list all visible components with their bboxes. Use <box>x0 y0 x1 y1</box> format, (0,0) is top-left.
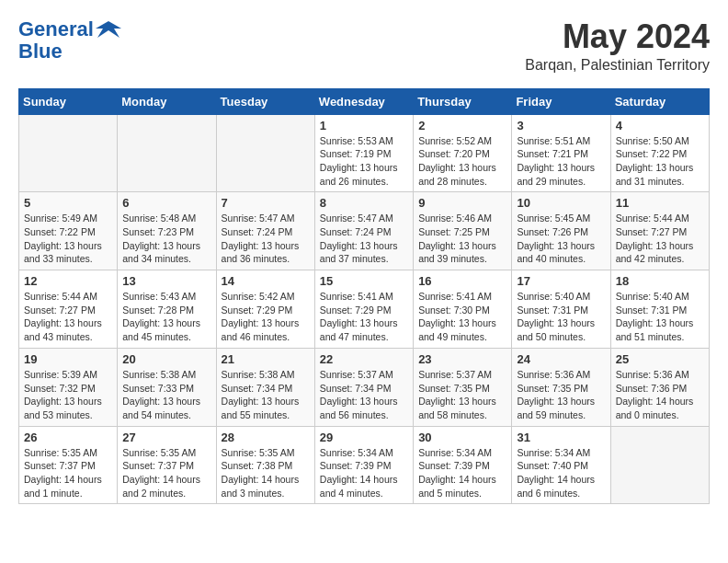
day-info: Sunrise: 5:35 AM Sunset: 7:38 PM Dayligh… <box>222 446 310 500</box>
day-info: Sunrise: 5:36 AM Sunset: 7:35 PM Dayligh… <box>517 368 605 422</box>
day-number: 23 <box>418 352 506 366</box>
day-number: 17 <box>517 274 605 288</box>
day-number: 11 <box>616 196 704 210</box>
day-info: Sunrise: 5:52 AM Sunset: 7:20 PM Dayligh… <box>418 134 506 189</box>
day-info: Sunrise: 5:45 AM Sunset: 7:26 PM Dayligh… <box>517 212 605 266</box>
day-number: 2 <box>418 119 506 132</box>
day-info: Sunrise: 5:48 AM Sunset: 7:23 PM Dayligh… <box>122 212 210 266</box>
day-info: Sunrise: 5:44 AM Sunset: 7:27 PM Dayligh… <box>616 212 704 266</box>
table-row: 4Sunrise: 5:50 AM Sunset: 7:22 PM Daylig… <box>610 114 709 192</box>
day-number: 31 <box>517 431 605 444</box>
table-row: 11Sunrise: 5:44 AM Sunset: 7:27 PM Dayli… <box>610 192 709 270</box>
day-info: Sunrise: 5:39 AM Sunset: 7:32 PM Dayligh… <box>24 368 112 422</box>
day-number: 3 <box>517 119 605 132</box>
day-info: Sunrise: 5:38 AM Sunset: 7:34 PM Dayligh… <box>222 368 310 422</box>
day-info: Sunrise: 5:41 AM Sunset: 7:29 PM Dayligh… <box>320 290 408 344</box>
table-row: 27Sunrise: 5:35 AM Sunset: 7:37 PM Dayli… <box>118 426 216 504</box>
table-row: 26Sunrise: 5:35 AM Sunset: 7:37 PM Dayli… <box>19 426 118 504</box>
day-number: 18 <box>616 274 704 288</box>
day-number: 9 <box>418 196 506 210</box>
calendar-week-row: 12Sunrise: 5:44 AM Sunset: 7:27 PM Dayli… <box>19 270 710 349</box>
day-info: Sunrise: 5:37 AM Sunset: 7:34 PM Dayligh… <box>320 368 408 422</box>
day-info: Sunrise: 5:35 AM Sunset: 7:37 PM Dayligh… <box>24 446 112 500</box>
calendar-week-row: 1Sunrise: 5:53 AM Sunset: 7:19 PM Daylig… <box>19 114 710 192</box>
day-info: Sunrise: 5:47 AM Sunset: 7:24 PM Dayligh… <box>222 212 310 266</box>
day-info: Sunrise: 5:36 AM Sunset: 7:36 PM Dayligh… <box>616 368 704 422</box>
day-info: Sunrise: 5:44 AM Sunset: 7:27 PM Dayligh… <box>24 290 112 344</box>
table-row: 6Sunrise: 5:48 AM Sunset: 7:23 PM Daylig… <box>118 192 216 270</box>
logo-line1: General <box>18 17 94 40</box>
table-row <box>19 114 118 192</box>
day-number: 27 <box>122 431 210 444</box>
table-row: 12Sunrise: 5:44 AM Sunset: 7:27 PM Dayli… <box>19 270 118 349</box>
table-row: 18Sunrise: 5:40 AM Sunset: 7:31 PM Dayli… <box>610 270 709 349</box>
col-tuesday: Tuesday <box>216 88 314 114</box>
table-row <box>118 114 216 192</box>
day-info: Sunrise: 5:40 AM Sunset: 7:31 PM Dayligh… <box>517 290 605 344</box>
table-row: 5Sunrise: 5:49 AM Sunset: 7:22 PM Daylig… <box>19 192 118 270</box>
table-row: 13Sunrise: 5:43 AM Sunset: 7:28 PM Dayli… <box>118 270 216 349</box>
table-row: 30Sunrise: 5:34 AM Sunset: 7:39 PM Dayli… <box>414 426 512 504</box>
day-info: Sunrise: 5:35 AM Sunset: 7:37 PM Dayligh… <box>122 446 210 500</box>
table-row: 19Sunrise: 5:39 AM Sunset: 7:32 PM Dayli… <box>19 348 118 426</box>
title-block: May 2024 Barqan, Palestinian Territory <box>525 18 710 74</box>
table-row: 20Sunrise: 5:38 AM Sunset: 7:33 PM Dayli… <box>118 348 216 426</box>
table-row: 15Sunrise: 5:41 AM Sunset: 7:29 PM Dayli… <box>314 270 413 349</box>
table-row: 31Sunrise: 5:34 AM Sunset: 7:40 PM Dayli… <box>512 426 610 504</box>
logo-bird-icon <box>96 19 121 40</box>
day-number: 6 <box>122 196 210 210</box>
calendar-week-row: 5Sunrise: 5:49 AM Sunset: 7:22 PM Daylig… <box>19 192 710 270</box>
table-row: 28Sunrise: 5:35 AM Sunset: 7:38 PM Dayli… <box>216 426 314 504</box>
day-number: 7 <box>222 196 310 210</box>
col-wednesday: Wednesday <box>314 88 413 114</box>
logo: General Blue <box>18 18 121 63</box>
table-row <box>610 426 709 504</box>
logo-line2: Blue <box>18 40 121 63</box>
day-info: Sunrise: 5:43 AM Sunset: 7:28 PM Dayligh… <box>122 290 210 344</box>
day-number: 15 <box>320 274 408 288</box>
table-row: 23Sunrise: 5:37 AM Sunset: 7:35 PM Dayli… <box>414 348 512 426</box>
day-info: Sunrise: 5:42 AM Sunset: 7:29 PM Dayligh… <box>222 290 310 344</box>
day-info: Sunrise: 5:40 AM Sunset: 7:31 PM Dayligh… <box>616 290 704 344</box>
day-info: Sunrise: 5:34 AM Sunset: 7:39 PM Dayligh… <box>418 446 506 500</box>
day-number: 12 <box>24 274 112 288</box>
table-row: 22Sunrise: 5:37 AM Sunset: 7:34 PM Dayli… <box>314 348 413 426</box>
location-title: Barqan, Palestinian Territory <box>525 57 710 74</box>
day-number: 14 <box>222 274 310 288</box>
table-row: 10Sunrise: 5:45 AM Sunset: 7:26 PM Dayli… <box>512 192 610 270</box>
col-sunday: Sunday <box>19 88 118 114</box>
day-info: Sunrise: 5:41 AM Sunset: 7:30 PM Dayligh… <box>418 290 506 344</box>
day-number: 21 <box>222 352 310 366</box>
month-title: May 2024 <box>525 18 710 55</box>
table-row: 7Sunrise: 5:47 AM Sunset: 7:24 PM Daylig… <box>216 192 314 270</box>
day-number: 25 <box>616 352 704 366</box>
day-info: Sunrise: 5:53 AM Sunset: 7:19 PM Dayligh… <box>320 134 408 189</box>
svg-marker-0 <box>96 21 121 38</box>
day-number: 24 <box>517 352 605 366</box>
col-saturday: Saturday <box>610 88 709 114</box>
table-row: 2Sunrise: 5:52 AM Sunset: 7:20 PM Daylig… <box>414 114 512 192</box>
table-row: 14Sunrise: 5:42 AM Sunset: 7:29 PM Dayli… <box>216 270 314 349</box>
calendar-week-row: 19Sunrise: 5:39 AM Sunset: 7:32 PM Dayli… <box>19 348 710 426</box>
col-monday: Monday <box>118 88 216 114</box>
day-number: 20 <box>122 352 210 366</box>
day-number: 26 <box>24 431 112 444</box>
table-row: 24Sunrise: 5:36 AM Sunset: 7:35 PM Dayli… <box>512 348 610 426</box>
col-friday: Friday <box>512 88 610 114</box>
day-info: Sunrise: 5:47 AM Sunset: 7:24 PM Dayligh… <box>320 212 408 266</box>
day-info: Sunrise: 5:46 AM Sunset: 7:25 PM Dayligh… <box>418 212 506 266</box>
day-number: 5 <box>24 196 112 210</box>
day-info: Sunrise: 5:37 AM Sunset: 7:35 PM Dayligh… <box>418 368 506 422</box>
table-row: 17Sunrise: 5:40 AM Sunset: 7:31 PM Dayli… <box>512 270 610 349</box>
day-number: 22 <box>320 352 408 366</box>
page-header: General Blue May 2024 Barqan, Palestinia… <box>18 18 710 74</box>
calendar-header-row: Sunday Monday Tuesday Wednesday Thursday… <box>19 88 710 114</box>
day-info: Sunrise: 5:49 AM Sunset: 7:22 PM Dayligh… <box>24 212 112 266</box>
day-info: Sunrise: 5:34 AM Sunset: 7:40 PM Dayligh… <box>517 446 605 500</box>
day-number: 8 <box>320 196 408 210</box>
day-number: 16 <box>418 274 506 288</box>
day-number: 1 <box>320 119 408 132</box>
table-row: 8Sunrise: 5:47 AM Sunset: 7:24 PM Daylig… <box>314 192 413 270</box>
day-number: 30 <box>418 431 506 444</box>
table-row: 21Sunrise: 5:38 AM Sunset: 7:34 PM Dayli… <box>216 348 314 426</box>
